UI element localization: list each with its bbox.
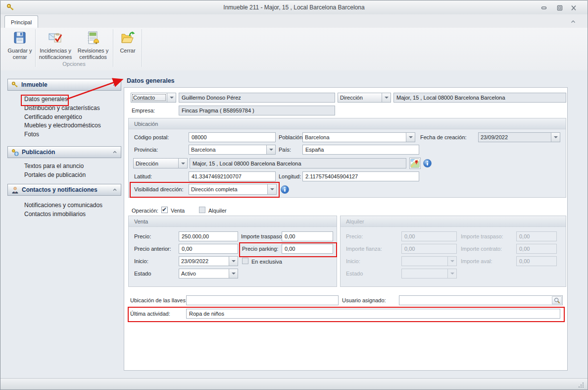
person-icon bbox=[11, 186, 19, 194]
empresa-field: Fincas Pragma ( B58959784 ) bbox=[179, 106, 335, 115]
fecha-creacion-label: Fecha de creación: bbox=[420, 132, 467, 142]
importe-aval-label: Importe aval: bbox=[461, 256, 492, 266]
llaves-input[interactable] bbox=[186, 295, 339, 305]
tab-principal[interactable]: Principal bbox=[4, 15, 38, 28]
chevron-down-icon[interactable] bbox=[382, 93, 391, 102]
latitud-label: Latitud: bbox=[134, 171, 152, 181]
inicio-combobox[interactable]: 23/09/2022 bbox=[179, 256, 238, 266]
en-exclusiva-checkbox bbox=[242, 258, 248, 264]
longitud-input[interactable]: 2.1175754045904127 bbox=[302, 171, 419, 181]
direccion-ubicacion-selector[interactable]: Dirección bbox=[133, 158, 188, 168]
chevron-down-icon bbox=[447, 257, 456, 266]
estado-combobox[interactable]: Activo bbox=[179, 269, 238, 279]
ultima-actividad-field[interactable]: Ropa de niños bbox=[186, 309, 560, 319]
precio-anterior-input[interactable]: 0,00 bbox=[179, 244, 238, 254]
sidebar-group-contactos[interactable]: Contactos y notificaciones bbox=[7, 184, 121, 196]
codigo-postal-input[interactable]: 08000 bbox=[189, 132, 276, 142]
window-title: Inmueble 211 - Major, 15 , Local Barcelo… bbox=[0, 0, 588, 14]
pais-input[interactable]: España bbox=[302, 145, 419, 155]
chevron-up-icon bbox=[112, 188, 117, 192]
importe-contrato-input: 0,00 bbox=[516, 244, 557, 254]
poblacion-label: Población: bbox=[279, 132, 304, 142]
usuario-asignado-label: Usuario asignado: bbox=[342, 295, 386, 305]
minimize-button[interactable] bbox=[540, 4, 548, 11]
chevron-down-icon[interactable] bbox=[267, 184, 276, 194]
search-user-button[interactable] bbox=[552, 296, 562, 304]
importe-fianza-label: Importe fianza: bbox=[346, 244, 382, 254]
provincia-label: Provincia: bbox=[134, 145, 158, 155]
contacto-selector[interactable]: Contacto bbox=[131, 93, 176, 103]
importe-contrato-label: Importe contrato: bbox=[461, 244, 502, 254]
llaves-label: Ubicación de las llaves: bbox=[130, 295, 187, 305]
provincia-combobox[interactable]: Barcelona bbox=[189, 145, 276, 155]
maximize-button[interactable] bbox=[556, 4, 564, 11]
sidebar-item-textos-anuncio[interactable]: Textos para el anuncio bbox=[24, 162, 84, 170]
alquiler-group-title: Alquiler bbox=[341, 216, 566, 227]
usuario-asignado-input[interactable] bbox=[399, 295, 563, 305]
chevron-down-icon[interactable] bbox=[266, 145, 275, 154]
en-exclusiva-label: En exclusiva bbox=[251, 257, 282, 267]
sidebar-item-distribucion[interactable]: Distribución y características bbox=[24, 104, 100, 112]
sidebar-item-datos-generales[interactable]: Datos generales bbox=[24, 95, 67, 103]
sidebar-item-portales[interactable]: Portales de publicación bbox=[24, 170, 86, 179]
ultima-actividad-label: Última actividad: bbox=[130, 309, 170, 319]
sidebar-group-inmueble[interactable]: Inmueble bbox=[7, 79, 121, 91]
chevron-down-icon[interactable] bbox=[178, 159, 187, 168]
close-button[interactable] bbox=[570, 4, 578, 11]
alquiler-importe-traspaso-label: Importe traspaso: bbox=[461, 231, 503, 241]
ribbon-group-label: Opciones bbox=[35, 61, 113, 67]
empresa-label: Empresa: bbox=[132, 106, 155, 115]
incidents-notifications-button[interactable]: Incidencias y notificaciones bbox=[37, 29, 74, 60]
chevron-down-icon[interactable] bbox=[229, 257, 238, 266]
title-bar: Inmueble 211 - Major, 15 , Local Barcelo… bbox=[0, 0, 588, 15]
info-icon[interactable] bbox=[281, 185, 289, 194]
sidebar-item-notificaciones[interactable]: Notificaciones y comunicados bbox=[24, 201, 102, 209]
cerrar-button[interactable]: Cerrar bbox=[115, 29, 140, 54]
visibilidad-label: Visibilidad dirección: bbox=[134, 184, 183, 194]
chevron-down-icon[interactable] bbox=[167, 93, 176, 102]
ribbon-separator bbox=[113, 29, 113, 67]
save-close-button[interactable]: Guardar y cerrar bbox=[6, 29, 33, 60]
precio-input[interactable]: 250.000,00 bbox=[179, 231, 238, 241]
app-window: Inmueble 211 - Major, 15 , Local Barcelo… bbox=[0, 0, 588, 390]
chevron-down-icon[interactable] bbox=[551, 133, 560, 142]
precio-parking-input[interactable]: 0,00 bbox=[282, 244, 333, 254]
info-icon[interactable] bbox=[423, 159, 432, 167]
chevron-down-icon[interactable] bbox=[406, 133, 415, 142]
chevron-down-icon[interactable] bbox=[229, 269, 238, 278]
longitud-label: Longitud: bbox=[279, 171, 301, 181]
revisions-certificates-button[interactable]: Revisiones y certificados bbox=[75, 29, 111, 60]
latitud-input[interactable]: 41.33474692100707 bbox=[189, 171, 276, 181]
map-button[interactable] bbox=[409, 158, 421, 169]
venta-checkbox[interactable] bbox=[161, 207, 168, 213]
importe-fianza-input: 0,00 bbox=[401, 244, 457, 254]
sidebar-item-certificado[interactable]: Certificado energético bbox=[24, 112, 82, 121]
alquiler-precio-input: 0,00 bbox=[401, 231, 457, 241]
fecha-creacion-combobox[interactable]: 23/09/2022 bbox=[478, 132, 560, 142]
direccion-selector[interactable]: Dirección bbox=[338, 93, 391, 103]
alquiler-importe-traspaso-input: 0,00 bbox=[516, 231, 557, 241]
sidebar-item-fotos[interactable]: Fotos bbox=[24, 130, 39, 138]
pais-label: País: bbox=[279, 145, 291, 155]
sidebar-item-muebles[interactable]: Muebles y electrodomésticos bbox=[24, 121, 101, 129]
resize-grip[interactable] bbox=[578, 382, 585, 389]
precio-parking-label: Precio parking: bbox=[242, 244, 278, 254]
alquiler-checkbox[interactable] bbox=[199, 207, 205, 213]
estado-label: Estado bbox=[134, 269, 151, 279]
sidebar-item-contactos-inmobiliarios[interactable]: Contactos inmobiliarios bbox=[24, 210, 86, 218]
venta-group-title: Venta bbox=[129, 216, 337, 227]
direccion-ubicacion-field: Major, 15 , Local 08000 Barcelona Barcel… bbox=[190, 158, 406, 168]
contacto-value-field: Guillermo Donoso Pérez bbox=[179, 93, 335, 103]
alquiler-inicio-label: Inicio: bbox=[346, 256, 360, 266]
page-title: Datos generales bbox=[127, 77, 175, 84]
magnifier-icon bbox=[554, 297, 560, 304]
chevron-up-icon bbox=[112, 150, 117, 154]
visibilidad-combobox[interactable]: Dirección completa bbox=[189, 184, 277, 195]
sidebar-group-publicacion[interactable]: Publicación bbox=[7, 146, 121, 158]
alquiler-checkbox-label: Alquiler bbox=[208, 206, 227, 216]
ribbon-collapse-icon[interactable] bbox=[569, 18, 578, 25]
importe-traspaso-input[interactable]: 0,00 bbox=[282, 231, 333, 241]
close-folder-icon bbox=[120, 30, 136, 46]
ribbon: Guardar y cerrar Incidencias y notificac… bbox=[0, 28, 588, 71]
poblacion-combobox[interactable]: Barcelona bbox=[302, 132, 415, 142]
